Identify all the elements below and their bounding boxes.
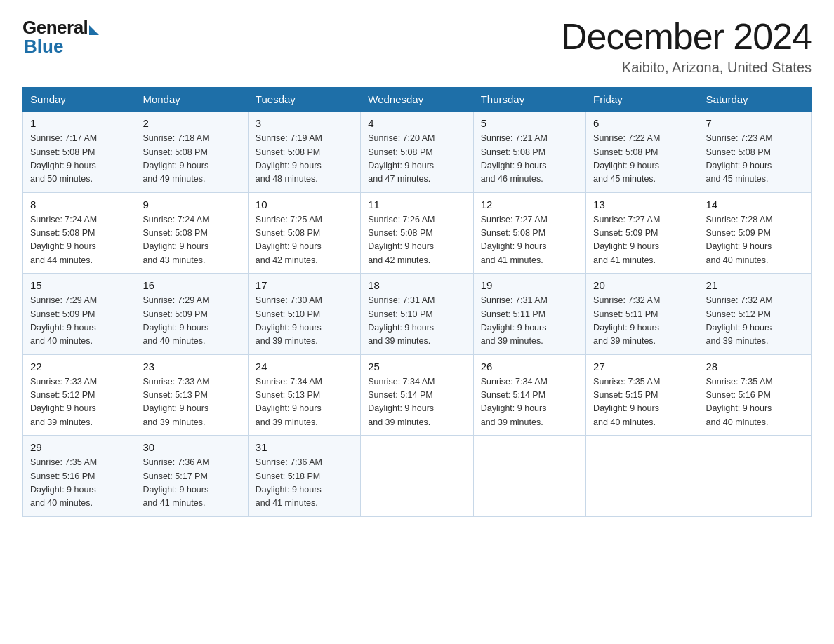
day-info: Sunrise: 7:23 AM Sunset: 5:08 PM Dayligh… — [706, 132, 804, 187]
day-number: 17 — [256, 279, 353, 291]
calendar-day-cell: 10 Sunrise: 7:25 AM Sunset: 5:08 PM Dayl… — [248, 192, 360, 274]
header-wednesday: Wednesday — [361, 88, 473, 112]
calendar-day-cell — [586, 436, 699, 517]
calendar-day-cell: 31 Sunrise: 7:36 AM Sunset: 5:18 PM Dayl… — [248, 436, 360, 517]
calendar-day-cell: 9 Sunrise: 7:24 AM Sunset: 5:08 PM Dayli… — [135, 192, 248, 274]
day-info: Sunrise: 7:34 AM Sunset: 5:14 PM Dayligh… — [368, 375, 465, 430]
calendar-day-cell: 12 Sunrise: 7:27 AM Sunset: 5:08 PM Dayl… — [473, 192, 585, 274]
day-number: 9 — [143, 199, 240, 210]
logo: General Blue — [22, 17, 99, 58]
header-thursday: Thursday — [473, 88, 585, 112]
page-header: General Blue December 2024 Kaibito, Ariz… — [22, 17, 812, 76]
day-info: Sunrise: 7:35 AM Sunset: 5:15 PM Dayligh… — [593, 375, 691, 430]
day-info: Sunrise: 7:32 AM Sunset: 5:11 PM Dayligh… — [593, 294, 691, 349]
calendar-day-cell: 24 Sunrise: 7:34 AM Sunset: 5:13 PM Dayl… — [248, 354, 360, 436]
calendar-day-cell: 30 Sunrise: 7:36 AM Sunset: 5:17 PM Dayl… — [135, 436, 248, 517]
calendar-day-cell: 19 Sunrise: 7:31 AM Sunset: 5:11 PM Dayl… — [473, 274, 585, 355]
calendar-week-row: 29 Sunrise: 7:35 AM Sunset: 5:16 PM Dayl… — [23, 436, 812, 517]
day-info: Sunrise: 7:33 AM Sunset: 5:12 PM Dayligh… — [30, 375, 128, 430]
calendar-day-cell: 23 Sunrise: 7:33 AM Sunset: 5:13 PM Dayl… — [135, 354, 248, 436]
day-number: 30 — [143, 441, 240, 453]
day-number: 28 — [706, 361, 804, 373]
day-info: Sunrise: 7:36 AM Sunset: 5:17 PM Dayligh… — [143, 456, 240, 511]
day-info: Sunrise: 7:31 AM Sunset: 5:10 PM Dayligh… — [368, 294, 465, 349]
day-number: 3 — [256, 117, 353, 129]
day-info: Sunrise: 7:17 AM Sunset: 5:08 PM Dayligh… — [30, 132, 128, 187]
calendar-day-cell: 17 Sunrise: 7:30 AM Sunset: 5:10 PM Dayl… — [248, 274, 360, 355]
header-tuesday: Tuesday — [248, 88, 360, 112]
calendar-day-cell: 3 Sunrise: 7:19 AM Sunset: 5:08 PM Dayli… — [248, 112, 360, 193]
calendar-day-cell: 4 Sunrise: 7:20 AM Sunset: 5:08 PM Dayli… — [361, 112, 473, 193]
day-number: 20 — [593, 279, 691, 291]
calendar-day-cell — [473, 436, 585, 517]
day-number: 23 — [143, 361, 240, 373]
day-number: 13 — [593, 199, 691, 210]
calendar-week-row: 22 Sunrise: 7:33 AM Sunset: 5:12 PM Dayl… — [23, 354, 812, 436]
location-title: Kaibito, Arizona, United States — [561, 60, 812, 76]
day-number: 1 — [30, 117, 128, 129]
calendar-day-cell: 18 Sunrise: 7:31 AM Sunset: 5:10 PM Dayl… — [361, 274, 473, 355]
day-number: 31 — [256, 441, 353, 453]
calendar-day-cell: 5 Sunrise: 7:21 AM Sunset: 5:08 PM Dayli… — [473, 112, 585, 193]
day-number: 5 — [481, 117, 578, 129]
day-info: Sunrise: 7:28 AM Sunset: 5:09 PM Dayligh… — [706, 213, 804, 268]
day-info: Sunrise: 7:21 AM Sunset: 5:08 PM Dayligh… — [481, 132, 578, 187]
calendar-week-row: 8 Sunrise: 7:24 AM Sunset: 5:08 PM Dayli… — [23, 192, 812, 274]
month-title: December 2024 — [561, 17, 812, 57]
calendar-day-cell: 22 Sunrise: 7:33 AM Sunset: 5:12 PM Dayl… — [23, 354, 135, 436]
day-info: Sunrise: 7:24 AM Sunset: 5:08 PM Dayligh… — [143, 213, 240, 268]
title-block: December 2024 Kaibito, Arizona, United S… — [561, 17, 812, 76]
day-number: 10 — [256, 199, 353, 210]
day-number: 18 — [368, 279, 465, 291]
calendar-day-cell — [361, 436, 473, 517]
day-info: Sunrise: 7:31 AM Sunset: 5:11 PM Dayligh… — [481, 294, 578, 349]
day-number: 26 — [481, 361, 578, 373]
header-monday: Monday — [135, 88, 248, 112]
day-number: 12 — [481, 199, 578, 210]
day-info: Sunrise: 7:34 AM Sunset: 5:14 PM Dayligh… — [481, 375, 578, 430]
calendar-day-cell: 13 Sunrise: 7:27 AM Sunset: 5:09 PM Dayl… — [586, 192, 699, 274]
day-info: Sunrise: 7:35 AM Sunset: 5:16 PM Dayligh… — [30, 456, 128, 511]
day-number: 25 — [368, 361, 465, 373]
calendar-day-cell — [699, 436, 811, 517]
day-info: Sunrise: 7:33 AM Sunset: 5:13 PM Dayligh… — [143, 375, 240, 430]
day-info: Sunrise: 7:27 AM Sunset: 5:08 PM Dayligh… — [481, 213, 578, 268]
day-number: 24 — [256, 361, 353, 373]
calendar-week-row: 15 Sunrise: 7:29 AM Sunset: 5:09 PM Dayl… — [23, 274, 812, 355]
calendar-day-cell: 21 Sunrise: 7:32 AM Sunset: 5:12 PM Dayl… — [699, 274, 811, 355]
day-number: 15 — [30, 279, 128, 291]
calendar-day-cell: 6 Sunrise: 7:22 AM Sunset: 5:08 PM Dayli… — [586, 112, 699, 193]
day-info: Sunrise: 7:27 AM Sunset: 5:09 PM Dayligh… — [593, 213, 691, 268]
header-saturday: Saturday — [699, 88, 811, 112]
day-number: 21 — [706, 279, 804, 291]
calendar-day-cell: 27 Sunrise: 7:35 AM Sunset: 5:15 PM Dayl… — [586, 354, 699, 436]
day-number: 29 — [30, 441, 128, 453]
calendar-day-cell: 26 Sunrise: 7:34 AM Sunset: 5:14 PM Dayl… — [473, 354, 585, 436]
day-info: Sunrise: 7:35 AM Sunset: 5:16 PM Dayligh… — [706, 375, 804, 430]
calendar-day-cell: 7 Sunrise: 7:23 AM Sunset: 5:08 PM Dayli… — [699, 112, 811, 193]
day-info: Sunrise: 7:18 AM Sunset: 5:08 PM Dayligh… — [143, 132, 240, 187]
day-number: 16 — [143, 279, 240, 291]
calendar-day-cell: 11 Sunrise: 7:26 AM Sunset: 5:08 PM Dayl… — [361, 192, 473, 274]
day-info: Sunrise: 7:36 AM Sunset: 5:18 PM Dayligh… — [256, 456, 353, 511]
day-number: 7 — [706, 117, 804, 129]
day-info: Sunrise: 7:19 AM Sunset: 5:08 PM Dayligh… — [256, 132, 353, 187]
calendar-day-cell: 1 Sunrise: 7:17 AM Sunset: 5:08 PM Dayli… — [23, 112, 135, 193]
header-friday: Friday — [586, 88, 699, 112]
logo-arrow-icon — [89, 25, 99, 35]
calendar-day-cell: 8 Sunrise: 7:24 AM Sunset: 5:08 PM Dayli… — [23, 192, 135, 274]
day-number: 8 — [30, 199, 128, 210]
day-info: Sunrise: 7:30 AM Sunset: 5:10 PM Dayligh… — [256, 294, 353, 349]
day-number: 14 — [706, 199, 804, 210]
day-number: 11 — [368, 199, 465, 210]
calendar-day-cell: 15 Sunrise: 7:29 AM Sunset: 5:09 PM Dayl… — [23, 274, 135, 355]
day-info: Sunrise: 7:26 AM Sunset: 5:08 PM Dayligh… — [368, 213, 465, 268]
calendar-week-row: 1 Sunrise: 7:17 AM Sunset: 5:08 PM Dayli… — [23, 112, 812, 193]
calendar-day-cell: 16 Sunrise: 7:29 AM Sunset: 5:09 PM Dayl… — [135, 274, 248, 355]
day-number: 22 — [30, 361, 128, 373]
day-info: Sunrise: 7:32 AM Sunset: 5:12 PM Dayligh… — [706, 294, 804, 349]
header-sunday: Sunday — [23, 88, 135, 112]
calendar-day-cell: 28 Sunrise: 7:35 AM Sunset: 5:16 PM Dayl… — [699, 354, 811, 436]
day-info: Sunrise: 7:29 AM Sunset: 5:09 PM Dayligh… — [30, 294, 128, 349]
day-info: Sunrise: 7:25 AM Sunset: 5:08 PM Dayligh… — [256, 213, 353, 268]
